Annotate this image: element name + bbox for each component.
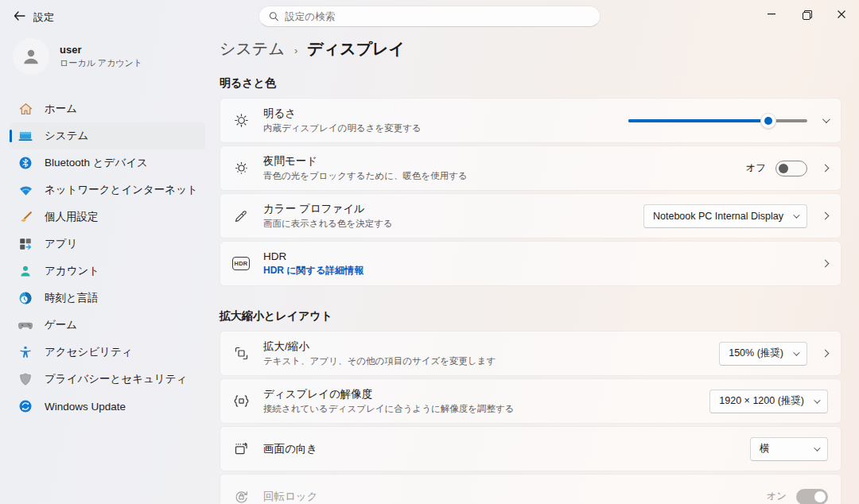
row-hdr[interactable]: HDR HDR HDR に関する詳細情報: [220, 241, 842, 286]
breadcrumb-separator: ›: [294, 45, 297, 56]
search-input[interactable]: [285, 11, 590, 22]
color-profile-open-button[interactable]: [822, 213, 828, 219]
privacy-icon: [17, 371, 33, 387]
row-night-mode[interactable]: 夜間モード 青色の光をブロックするために、暖色を使用する オフ: [220, 145, 842, 191]
chevron-right-icon: [822, 165, 830, 173]
sidebar-item-home[interactable]: ホーム: [10, 95, 205, 122]
rotation-lock-state-label: オン: [766, 490, 787, 503]
sidebar-item-privacy-security[interactable]: プライバシーとセキュリティ: [10, 366, 205, 393]
titlebar: 設定: [0, 0, 859, 32]
network-icon: [17, 182, 33, 198]
restore-button[interactable]: [789, 0, 824, 29]
hdr-icon: HDR: [232, 255, 250, 273]
restore-icon: [803, 10, 810, 18]
brightness-subtitle: 内蔵ディスプレイの明るさを変更する: [263, 122, 422, 134]
avatar: [13, 38, 49, 75]
sidebar: user ローカル アカウント ホーム システム Bluetooth とデバイス…: [0, 32, 215, 504]
hdr-open-button[interactable]: [822, 261, 828, 266]
resolution-dropdown[interactable]: 1920 × 1200 (推奨): [709, 390, 828, 413]
toggle-knob: [814, 491, 826, 502]
chevron-down-icon: [822, 115, 830, 123]
row-orientation[interactable]: 画面の向き 横: [220, 426, 842, 471]
time-language-icon: [17, 290, 33, 306]
home-icon: [17, 101, 33, 117]
color-profile-title: カラー プロファイル: [263, 202, 393, 216]
chevron-right-icon: [822, 212, 830, 220]
resolution-icon: [232, 393, 250, 410]
row-resolution[interactable]: ディスプレイの解像度 接続されているディスプレイに合うように解像度を調整する 1…: [220, 378, 842, 424]
section-scale-layout: 拡大縮小とレイアウト: [220, 309, 842, 324]
back-arrow-icon: [14, 11, 25, 21]
row-rotation-lock: 回転ロック オン: [220, 474, 842, 504]
sidebar-item-time-language[interactable]: 時刻と言語: [10, 285, 205, 312]
settings-search[interactable]: [258, 6, 601, 27]
sidebar-item-bluetooth-devices[interactable]: Bluetooth とデバイス: [10, 149, 205, 176]
gaming-icon: [17, 317, 33, 333]
app-title: 設定: [33, 10, 54, 25]
user-account-block[interactable]: user ローカル アカウント: [13, 38, 142, 75]
chevron-down-icon: [814, 444, 820, 451]
user-icon: [20, 45, 42, 68]
color-profile-value: Notebook PC Internal Display: [653, 211, 783, 222]
chevron-down-icon: [793, 211, 799, 218]
chevron-right-icon: [822, 260, 830, 268]
minimize-button[interactable]: [754, 0, 789, 29]
bluetooth-icon: [17, 155, 33, 171]
sidebar-item-apps[interactable]: アプリ: [10, 231, 205, 258]
resolution-title: ディスプレイの解像度: [263, 387, 515, 401]
color-profile-icon: [232, 207, 250, 225]
brightness-slider-fill: [628, 119, 768, 122]
sidebar-item-network-internet[interactable]: ネットワークとインターネット: [10, 176, 205, 204]
scale-subtitle: テキスト、アプリ、その他の項目のサイズを変更します: [263, 355, 496, 367]
system-icon: [17, 128, 33, 144]
hdr-info-link[interactable]: HDR に関する詳細情報: [263, 264, 363, 277]
minimize-icon: [768, 14, 775, 15]
resolution-subtitle: 接続されているディスプレイに合うように解像度を調整する: [263, 403, 515, 415]
accessibility-icon: [17, 344, 33, 360]
sidebar-item-system[interactable]: システム: [10, 122, 205, 149]
hdr-title: HDR: [263, 250, 363, 262]
breadcrumb: システム › ディスプレイ: [220, 38, 842, 60]
back-button[interactable]: [8, 6, 30, 25]
orientation-icon: [232, 440, 250, 458]
scale-dropdown[interactable]: 150% (推奨): [719, 342, 807, 366]
color-profile-subtitle: 画面に表示される色を決定する: [263, 218, 393, 230]
user-account-type: ローカル アカウント: [60, 57, 142, 69]
brightness-slider-thumb[interactable]: [760, 113, 776, 129]
color-profile-dropdown[interactable]: Notebook PC Internal Display: [643, 204, 807, 228]
sidebar-item-windows-update[interactable]: Windows Update: [10, 393, 205, 420]
rotation-lock-title: 回転ロック: [263, 490, 317, 504]
sidebar-item-accessibility[interactable]: アクセシビリティ: [10, 339, 205, 366]
main-content: システム › ディスプレイ 明るさと色 明るさ 内蔵ディスプレイの明るさを変更す…: [220, 32, 842, 504]
brightness-slider[interactable]: [628, 113, 807, 129]
chevron-down-icon: [814, 397, 820, 403]
orientation-dropdown[interactable]: 横: [750, 437, 828, 461]
night-mode-toggle[interactable]: [775, 161, 807, 176]
night-mode-icon: [232, 160, 250, 177]
row-color-profile[interactable]: カラー プロファイル 画面に表示される色を決定する Notebook PC In…: [220, 193, 842, 238]
toggle-knob: [779, 164, 788, 173]
windows-update-icon: [17, 398, 33, 414]
night-mode-open-button[interactable]: [822, 165, 828, 171]
sidebar-item-gaming[interactable]: ゲーム: [10, 312, 205, 339]
scale-icon: [232, 345, 250, 362]
orientation-title: 画面の向き: [263, 442, 317, 456]
brightness-title: 明るさ: [263, 107, 422, 121]
close-button[interactable]: [824, 0, 859, 29]
sidebar-item-personalization[interactable]: 個人用設定: [10, 204, 205, 231]
page-title: ディスプレイ: [307, 38, 405, 60]
orientation-value: 横: [760, 442, 770, 456]
night-mode-title: 夜間モード: [263, 154, 468, 169]
scale-open-button[interactable]: [822, 351, 828, 356]
row-scale[interactable]: 拡大/縮小 テキスト、アプリ、その他の項目のサイズを変更します 150% (推奨…: [220, 331, 842, 376]
scale-value: 150% (推奨): [729, 347, 783, 360]
sidebar-item-accounts[interactable]: アカウント: [10, 258, 205, 285]
apps-icon: [17, 236, 33, 252]
breadcrumb-system[interactable]: システム: [220, 38, 285, 60]
close-icon: [838, 10, 845, 18]
row-brightness: 明るさ 内蔵ディスプレイの明るさを変更する: [220, 98, 842, 143]
accounts-icon: [17, 263, 33, 279]
brightness-expand-button[interactable]: [822, 118, 828, 123]
night-mode-state-label: オフ: [745, 161, 766, 175]
chevron-down-icon: [793, 349, 799, 355]
